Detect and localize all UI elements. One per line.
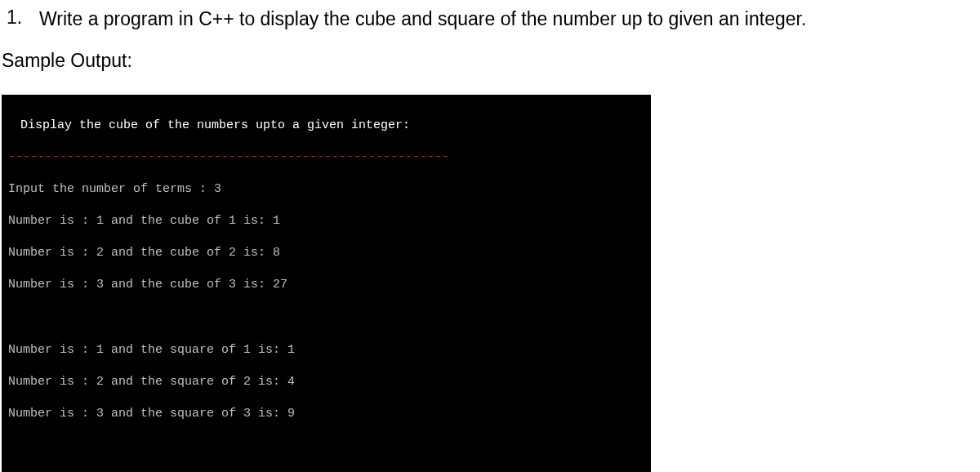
terminal-blank (8, 310, 644, 327)
terminal-square-line: Number is : 2 and the square of 2 is: 4 (8, 374, 644, 390)
terminal-input-line: Input the number of terms : 3 (8, 181, 644, 198)
terminal-blank (8, 439, 644, 456)
terminal-cube-line: Number is : 2 and the cube of 2 is: 8 (8, 245, 644, 261)
terminal-square-line: Number is : 1 and the square of 1 is: 1 (8, 342, 644, 358)
terminal-title: Display the cube of the numbers upto a g… (8, 118, 644, 134)
terminal-output: Display the cube of the numbers upto a g… (2, 95, 651, 472)
question-wrapper: 1. Write a program in C++ to display the… (0, 0, 980, 472)
terminal-cube-line: Number is : 3 and the cube of 3 is: 27 (8, 277, 644, 293)
terminal-cube-line: Number is : 1 and the cube of 1 is: 1 (8, 213, 644, 229)
terminal-divider-top: ----------------------------------------… (8, 149, 644, 166)
question-text: Write a program in C++ to display the cu… (39, 7, 806, 32)
terminal-square-line: Number is : 3 and the square of 3 is: 9 (8, 406, 644, 422)
question-number: 1. (0, 7, 39, 29)
question-row: 1. Write a program in C++ to display the… (0, 7, 980, 32)
sample-output-label: Sample Output: (0, 50, 980, 72)
